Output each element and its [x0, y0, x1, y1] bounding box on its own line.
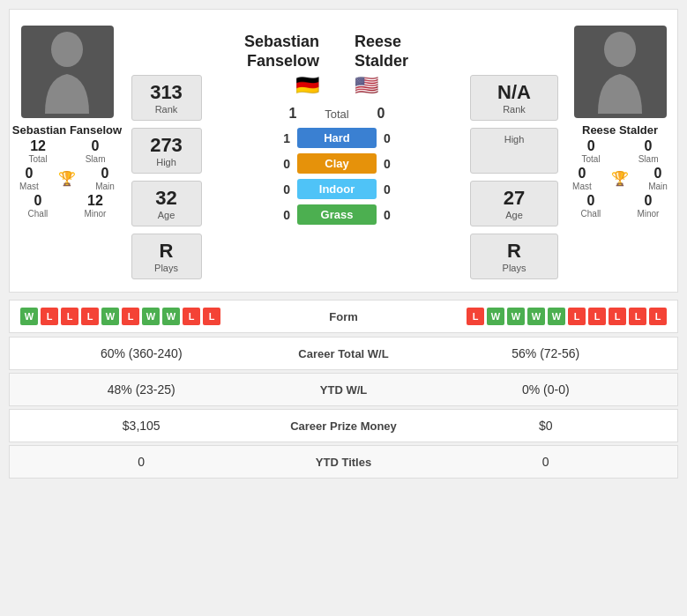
- left-rank-box: 313 Rank: [131, 75, 202, 121]
- total-row: 1 Total 0: [208, 106, 466, 122]
- courts-col: Sebastian Fanselow 🇩🇪 Reese Stalder 🇺🇸: [208, 19, 466, 227]
- form-badge: W: [548, 308, 565, 325]
- right-slam-cell: 0 Slam: [638, 138, 659, 164]
- stats-center-label: Career Total W/L: [256, 347, 432, 360]
- right-plays-label: Plays: [480, 263, 549, 273]
- right-minor-label: Minor: [637, 209, 659, 219]
- indoor-badge: Indoor: [297, 179, 377, 199]
- right-main-label: Main: [648, 182, 668, 191]
- left-minor-value: 12: [84, 193, 106, 209]
- left-player-col: Sebastian Fanselow 12 Total 0 Slam 0 Mas…: [10, 19, 124, 226]
- main-container: Sebastian Fanselow 12 Total 0 Slam 0 Mas…: [0, 0, 687, 490]
- right-player-name: Reese Stalder: [582, 123, 658, 137]
- left-age-value: 32: [141, 187, 192, 210]
- total-right: 0: [372, 106, 390, 122]
- right-plays-value: R: [480, 240, 549, 263]
- left-chall-value: 0: [28, 193, 49, 209]
- stats-center-label: YTD Titles: [256, 456, 432, 469]
- stats-left-value: $3,105: [27, 419, 256, 433]
- stats-center-label: Career Prize Money: [256, 419, 432, 433]
- grass-left: 0: [273, 208, 290, 222]
- right-high-label: High: [480, 134, 549, 145]
- left-slam-value: 0: [86, 138, 106, 154]
- right-plays-box: R Plays: [470, 234, 558, 279]
- stats-left-value: 0: [27, 455, 256, 469]
- indoor-row: 0 Indoor 0: [208, 179, 466, 199]
- left-center-col: 313 Rank 273 High 32 Age R Plays: [124, 19, 208, 283]
- form-badge: L: [588, 308, 606, 325]
- clay-right: 0: [384, 157, 401, 171]
- total-label: Total: [302, 108, 372, 121]
- right-mast-label: Mast: [572, 182, 592, 191]
- right-rank-label: Rank: [480, 104, 549, 115]
- left-plays-value: R: [141, 240, 192, 263]
- right-age-value: 27: [480, 187, 549, 210]
- left-slam-label: Slam: [86, 154, 106, 164]
- right-stats-row1: 0 Total 0 Slam: [563, 138, 677, 164]
- left-trophy-icon: 🏆: [58, 170, 76, 187]
- form-badge: L: [609, 308, 626, 325]
- form-badge: W: [527, 308, 545, 325]
- right-flag: 🇺🇸: [355, 74, 378, 97]
- form-badge: W: [162, 308, 180, 325]
- left-rank-value: 313: [141, 81, 192, 104]
- stats-left-value: 60% (360-240): [27, 346, 256, 360]
- form-badge: L: [629, 308, 646, 325]
- form-section: WLLLWLWWLL Form LWWWWLLLLL: [9, 300, 678, 333]
- form-badge: W: [20, 308, 38, 325]
- form-badge: L: [61, 308, 78, 325]
- form-badge: L: [122, 308, 139, 325]
- form-label: Form: [309, 310, 379, 323]
- stats-right-value: 0: [432, 455, 661, 469]
- hard-left: 1: [273, 131, 290, 145]
- right-stats-row3: 0 Chall 0 Minor: [563, 193, 677, 219]
- left-minor-label: Minor: [84, 209, 106, 219]
- comparison-inner: Sebastian Fanselow 12 Total 0 Slam 0 Mas…: [10, 19, 677, 283]
- right-chall-value: 0: [581, 193, 601, 209]
- form-badge: L: [467, 308, 484, 325]
- form-badge: W: [507, 308, 525, 325]
- stats-right-value: 56% (72-56): [432, 346, 661, 360]
- right-minor-value: 0: [637, 193, 659, 209]
- left-rank-label: Rank: [141, 104, 192, 115]
- left-main-label: Main: [95, 182, 115, 191]
- right-header-name-line1: Reese Stalder: [355, 33, 408, 71]
- indoor-right: 0: [384, 182, 401, 197]
- form-badge: L: [568, 308, 586, 325]
- right-slam-label: Slam: [638, 154, 659, 164]
- left-player-photo: [21, 26, 114, 118]
- left-chall-label: Chall: [28, 209, 49, 219]
- form-badge: L: [81, 308, 99, 325]
- left-high-box: 273 High: [131, 128, 202, 174]
- stats-right-value: 0% (0-0): [432, 382, 661, 397]
- left-stats-row3: 0 Chall 12 Minor: [10, 193, 124, 219]
- hard-badge: Hard: [297, 128, 377, 148]
- right-player-photo: [574, 26, 667, 118]
- clay-row: 0 Clay 0: [208, 153, 466, 174]
- right-chall-cell: 0 Chall: [581, 193, 601, 219]
- grass-badge: Grass: [297, 204, 377, 225]
- left-trophy-cell: 🏆: [58, 166, 76, 191]
- right-player-header: Reese Stalder 🇺🇸: [337, 26, 466, 97]
- left-minor-cell: 12 Minor: [84, 193, 106, 219]
- right-stats-row2: 0 Mast 🏆 0 Main: [563, 166, 677, 191]
- right-age-box: 27 Age: [470, 181, 558, 226]
- left-main-cell: 0 Main: [95, 166, 115, 191]
- right-center-col: N/A Rank High 27 Age R Plays: [466, 19, 563, 283]
- left-plays-label: Plays: [141, 263, 192, 273]
- form-badge: W: [101, 308, 119, 325]
- clay-left: 0: [273, 157, 290, 171]
- left-high-label: High: [141, 157, 192, 167]
- left-total-label: Total: [29, 154, 48, 164]
- indoor-left: 0: [273, 182, 290, 197]
- right-main-value: 0: [648, 166, 668, 182]
- grass-right: 0: [384, 208, 401, 222]
- form-badge: L: [203, 308, 220, 325]
- stats-center-label: YTD W/L: [256, 383, 432, 397]
- right-mast-value: 0: [572, 166, 592, 182]
- stats-row: 48% (23-25)YTD W/L0% (0-0): [9, 373, 678, 406]
- right-trophy-icon: 🏆: [611, 170, 629, 187]
- left-slam-cell: 0 Slam: [86, 138, 106, 164]
- player-comparison-card: Sebastian Fanselow 12 Total 0 Slam 0 Mas…: [9, 9, 678, 293]
- right-total-label: Total: [582, 154, 601, 164]
